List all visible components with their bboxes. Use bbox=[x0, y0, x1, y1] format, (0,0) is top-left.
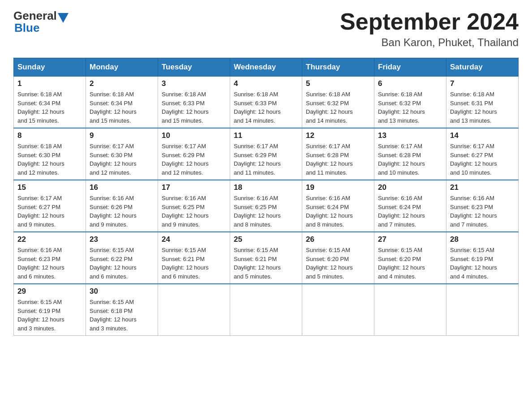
day-number: 19 bbox=[306, 183, 370, 192]
weekday-header-monday: Monday bbox=[86, 58, 158, 77]
calendar-day-cell: 17Sunrise: 6:16 AMSunset: 6:25 PMDayligh… bbox=[158, 180, 230, 232]
day-info: Sunrise: 6:17 AMSunset: 6:29 PMDaylight:… bbox=[162, 142, 226, 177]
empty-cell bbox=[230, 284, 302, 336]
logo-flag-icon bbox=[58, 13, 69, 23]
calendar-day-cell: 19Sunrise: 6:16 AMSunset: 6:24 PMDayligh… bbox=[302, 180, 374, 232]
day-number: 14 bbox=[450, 131, 515, 140]
day-number: 11 bbox=[234, 131, 298, 140]
day-info: Sunrise: 6:17 AMSunset: 6:28 PMDaylight:… bbox=[306, 142, 370, 177]
day-number: 17 bbox=[162, 183, 226, 192]
day-number: 24 bbox=[162, 235, 226, 244]
day-info: Sunrise: 6:18 AMSunset: 6:33 PMDaylight:… bbox=[234, 90, 298, 125]
calendar-day-cell: 7Sunrise: 6:18 AMSunset: 6:31 PMDaylight… bbox=[446, 77, 519, 128]
day-info: Sunrise: 6:18 AMSunset: 6:34 PMDaylight:… bbox=[90, 90, 154, 125]
weekday-header-friday: Friday bbox=[374, 58, 446, 77]
day-number: 1 bbox=[17, 79, 82, 88]
day-number: 18 bbox=[234, 183, 298, 192]
calendar-day-cell: 10Sunrise: 6:17 AMSunset: 6:29 PMDayligh… bbox=[158, 128, 230, 180]
day-number: 10 bbox=[162, 131, 226, 140]
day-info: Sunrise: 6:16 AMSunset: 6:25 PMDaylight:… bbox=[162, 194, 226, 229]
calendar-day-cell: 13Sunrise: 6:17 AMSunset: 6:28 PMDayligh… bbox=[374, 128, 446, 180]
calendar-week-row: 1Sunrise: 6:18 AMSunset: 6:34 PMDaylight… bbox=[14, 77, 519, 128]
calendar-day-cell: 3Sunrise: 6:18 AMSunset: 6:33 PMDaylight… bbox=[158, 77, 230, 128]
day-number: 15 bbox=[17, 183, 82, 192]
day-info: Sunrise: 6:18 AMSunset: 6:30 PMDaylight:… bbox=[17, 142, 82, 177]
calendar-day-cell: 15Sunrise: 6:17 AMSunset: 6:27 PMDayligh… bbox=[14, 180, 86, 232]
calendar-day-cell: 18Sunrise: 6:16 AMSunset: 6:25 PMDayligh… bbox=[230, 180, 302, 232]
empty-cell bbox=[446, 284, 519, 336]
calendar-week-row: 29Sunrise: 6:15 AMSunset: 6:19 PMDayligh… bbox=[14, 284, 519, 336]
weekday-header-saturday: Saturday bbox=[446, 58, 519, 77]
title-block: September 2024 Ban Karon, Phuket, Thaila… bbox=[340, 9, 519, 49]
calendar-day-cell: 1Sunrise: 6:18 AMSunset: 6:34 PMDaylight… bbox=[14, 77, 86, 128]
day-info: Sunrise: 6:18 AMSunset: 6:34 PMDaylight:… bbox=[17, 90, 82, 125]
calendar-day-cell: 5Sunrise: 6:18 AMSunset: 6:32 PMDaylight… bbox=[302, 77, 374, 128]
logo-blue-text: Blue bbox=[13, 21, 39, 35]
calendar-day-cell: 22Sunrise: 6:16 AMSunset: 6:23 PMDayligh… bbox=[14, 232, 86, 284]
calendar-day-cell: 27Sunrise: 6:15 AMSunset: 6:20 PMDayligh… bbox=[374, 232, 446, 284]
month-title: September 2024 bbox=[340, 9, 519, 34]
day-number: 16 bbox=[90, 183, 154, 192]
calendar-day-cell: 29Sunrise: 6:15 AMSunset: 6:19 PMDayligh… bbox=[14, 284, 86, 336]
weekday-header-wednesday: Wednesday bbox=[230, 58, 302, 77]
empty-cell bbox=[158, 284, 230, 336]
day-number: 26 bbox=[306, 235, 370, 244]
day-number: 13 bbox=[378, 131, 442, 140]
weekday-header-thursday: Thursday bbox=[302, 58, 374, 77]
day-info: Sunrise: 6:15 AMSunset: 6:20 PMDaylight:… bbox=[378, 246, 442, 281]
page-header: General Blue September 2024 Ban Karon, P… bbox=[13, 9, 519, 49]
calendar-week-row: 8Sunrise: 6:18 AMSunset: 6:30 PMDaylight… bbox=[14, 128, 519, 180]
logo: General Blue bbox=[13, 9, 69, 35]
calendar-day-cell: 4Sunrise: 6:18 AMSunset: 6:33 PMDaylight… bbox=[230, 77, 302, 128]
location-text: Ban Karon, Phuket, Thailand bbox=[340, 36, 519, 49]
day-number: 21 bbox=[450, 183, 515, 192]
day-info: Sunrise: 6:16 AMSunset: 6:25 PMDaylight:… bbox=[234, 194, 298, 229]
calendar-day-cell: 9Sunrise: 6:17 AMSunset: 6:30 PMDaylight… bbox=[86, 128, 158, 180]
day-info: Sunrise: 6:15 AMSunset: 6:22 PMDaylight:… bbox=[90, 246, 154, 281]
calendar-day-cell: 11Sunrise: 6:17 AMSunset: 6:29 PMDayligh… bbox=[230, 128, 302, 180]
day-info: Sunrise: 6:18 AMSunset: 6:31 PMDaylight:… bbox=[450, 90, 515, 125]
calendar-day-cell: 30Sunrise: 6:15 AMSunset: 6:18 PMDayligh… bbox=[86, 284, 158, 336]
day-info: Sunrise: 6:16 AMSunset: 6:24 PMDaylight:… bbox=[306, 194, 370, 229]
calendar-day-cell: 28Sunrise: 6:15 AMSunset: 6:19 PMDayligh… bbox=[446, 232, 519, 284]
day-number: 25 bbox=[234, 235, 298, 244]
calendar-day-cell: 14Sunrise: 6:17 AMSunset: 6:27 PMDayligh… bbox=[446, 128, 519, 180]
calendar-week-row: 15Sunrise: 6:17 AMSunset: 6:27 PMDayligh… bbox=[14, 180, 519, 232]
day-number: 2 bbox=[90, 79, 154, 88]
day-info: Sunrise: 6:16 AMSunset: 6:23 PMDaylight:… bbox=[450, 194, 515, 229]
day-number: 22 bbox=[17, 235, 82, 244]
day-number: 4 bbox=[234, 79, 298, 88]
day-number: 12 bbox=[306, 131, 370, 140]
calendar-day-cell: 21Sunrise: 6:16 AMSunset: 6:23 PMDayligh… bbox=[446, 180, 519, 232]
day-number: 23 bbox=[90, 235, 154, 244]
day-number: 6 bbox=[378, 79, 442, 88]
empty-cell bbox=[302, 284, 374, 336]
day-info: Sunrise: 6:18 AMSunset: 6:32 PMDaylight:… bbox=[378, 90, 442, 125]
day-info: Sunrise: 6:16 AMSunset: 6:24 PMDaylight:… bbox=[378, 194, 442, 229]
day-number: 7 bbox=[450, 79, 515, 88]
day-info: Sunrise: 6:17 AMSunset: 6:30 PMDaylight:… bbox=[90, 142, 154, 177]
day-number: 30 bbox=[90, 287, 154, 296]
day-info: Sunrise: 6:18 AMSunset: 6:33 PMDaylight:… bbox=[162, 90, 226, 125]
day-info: Sunrise: 6:16 AMSunset: 6:26 PMDaylight:… bbox=[90, 194, 154, 229]
day-info: Sunrise: 6:15 AMSunset: 6:19 PMDaylight:… bbox=[450, 246, 515, 281]
empty-cell bbox=[374, 284, 446, 336]
day-info: Sunrise: 6:15 AMSunset: 6:21 PMDaylight:… bbox=[234, 246, 298, 281]
day-info: Sunrise: 6:16 AMSunset: 6:23 PMDaylight:… bbox=[17, 246, 82, 281]
calendar-day-cell: 23Sunrise: 6:15 AMSunset: 6:22 PMDayligh… bbox=[86, 232, 158, 284]
calendar-day-cell: 26Sunrise: 6:15 AMSunset: 6:20 PMDayligh… bbox=[302, 232, 374, 284]
day-info: Sunrise: 6:15 AMSunset: 6:21 PMDaylight:… bbox=[162, 246, 226, 281]
day-info: Sunrise: 6:17 AMSunset: 6:27 PMDaylight:… bbox=[17, 194, 82, 229]
day-info: Sunrise: 6:17 AMSunset: 6:27 PMDaylight:… bbox=[450, 142, 515, 177]
day-number: 3 bbox=[162, 79, 226, 88]
day-number: 29 bbox=[17, 287, 82, 296]
calendar-day-cell: 6Sunrise: 6:18 AMSunset: 6:32 PMDaylight… bbox=[374, 77, 446, 128]
day-number: 9 bbox=[90, 131, 154, 140]
day-info: Sunrise: 6:17 AMSunset: 6:28 PMDaylight:… bbox=[378, 142, 442, 177]
day-info: Sunrise: 6:15 AMSunset: 6:18 PMDaylight:… bbox=[90, 298, 154, 333]
weekday-header-sunday: Sunday bbox=[14, 58, 86, 77]
calendar-day-cell: 24Sunrise: 6:15 AMSunset: 6:21 PMDayligh… bbox=[158, 232, 230, 284]
day-info: Sunrise: 6:17 AMSunset: 6:29 PMDaylight:… bbox=[234, 142, 298, 177]
day-info: Sunrise: 6:18 AMSunset: 6:32 PMDaylight:… bbox=[306, 90, 370, 125]
calendar-day-cell: 25Sunrise: 6:15 AMSunset: 6:21 PMDayligh… bbox=[230, 232, 302, 284]
